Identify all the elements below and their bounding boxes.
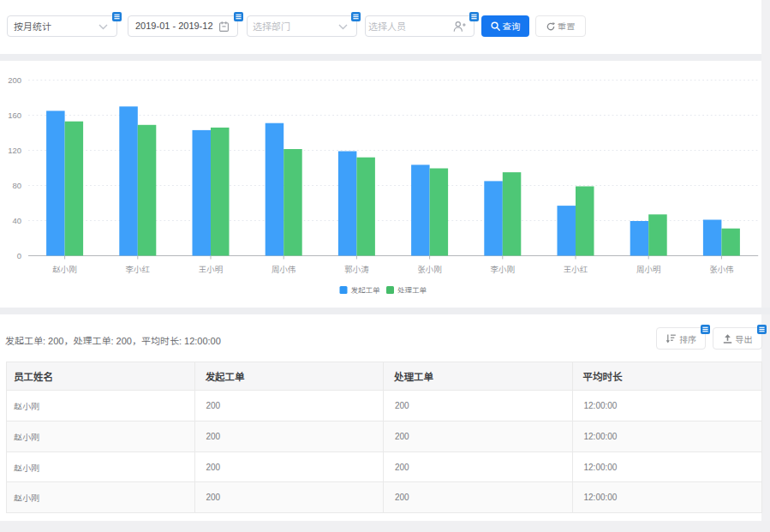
svg-text:120: 120 <box>8 146 21 155</box>
svg-text:周小明: 周小明 <box>636 265 661 274</box>
svg-text:200: 200 <box>8 75 21 85</box>
svg-text:李小红: 李小红 <box>126 265 151 274</box>
svg-text:0: 0 <box>17 251 21 260</box>
svg-text:王小明: 王小明 <box>199 265 224 274</box>
svg-text:张小刚: 张小刚 <box>417 265 442 274</box>
svg-text:张小伟: 张小伟 <box>709 265 734 274</box>
svg-text:郭小涛: 郭小涛 <box>344 265 369 274</box>
svg-text:40: 40 <box>12 216 21 225</box>
svg-text:周小伟: 周小伟 <box>272 265 296 274</box>
svg-text:160: 160 <box>8 111 21 120</box>
svg-text:80: 80 <box>12 181 21 190</box>
svg-text:王小红: 王小红 <box>564 265 588 274</box>
svg-text:李小刚: 李小刚 <box>491 265 516 274</box>
svg-text:处理工单: 处理工单 <box>397 286 427 295</box>
svg-text:发起工单: 发起工单 <box>351 286 381 295</box>
svg-text:赵小刚: 赵小刚 <box>52 265 77 274</box>
